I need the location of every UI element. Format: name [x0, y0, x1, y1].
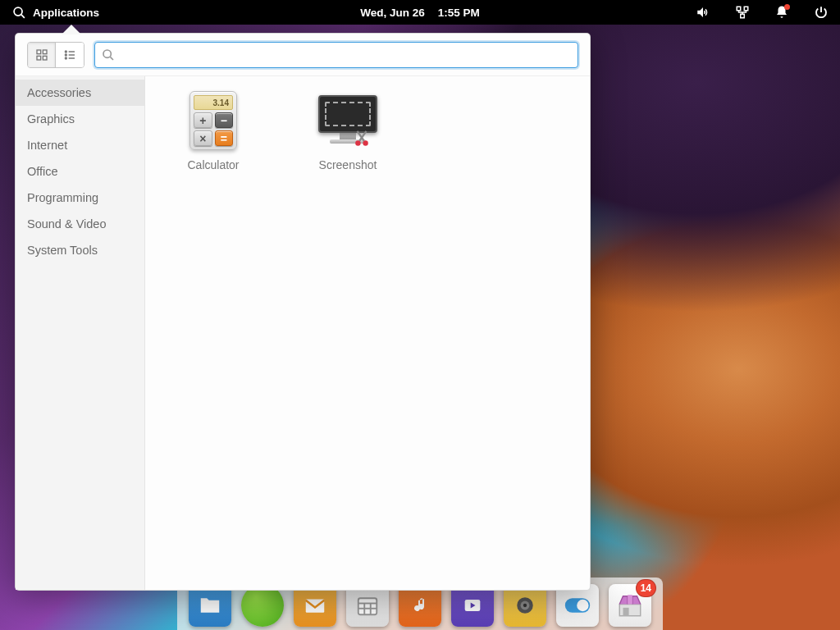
sidebar-item-programming[interactable]: Programming — [16, 185, 144, 211]
svg-rect-8 — [43, 56, 47, 60]
volume-icon[interactable] — [696, 5, 710, 20]
sidebar-item-graphics[interactable]: Graphics — [16, 106, 144, 132]
svg-rect-5 — [37, 50, 41, 54]
menu-header — [16, 34, 590, 76]
svg-point-13 — [65, 57, 66, 59]
sidebar-item-internet[interactable]: Internet — [16, 132, 144, 158]
search-icon — [11, 5, 26, 20]
app-label: Screenshot — [319, 158, 377, 171]
app-label: Calculator — [187, 158, 239, 171]
svg-rect-3 — [744, 7, 748, 11]
applications-menu: Accessories Graphics Internet Office Pro… — [15, 33, 591, 591]
applications-menu-trigger[interactable]: Applications — [11, 5, 99, 20]
search-input[interactable] — [120, 48, 571, 62]
svg-rect-33 — [628, 595, 632, 604]
svg-rect-31 — [619, 605, 641, 616]
svg-point-28 — [523, 604, 527, 607]
svg-rect-2 — [737, 7, 741, 11]
screenshot-icon — [318, 91, 377, 150]
top-bar: Applications Wed, Jun 26 1:55 PM — [0, 0, 840, 25]
app-calculator[interactable]: 3.14 + − × = Calculator — [168, 91, 258, 171]
svg-point-18 — [363, 140, 368, 145]
app-screenshot[interactable]: Screenshot — [303, 91, 393, 171]
clock[interactable]: Wed, Jun 26 1:55 PM — [360, 7, 480, 19]
notification-indicator — [784, 4, 790, 10]
time-label: 1:55 PM — [438, 7, 480, 19]
svg-point-9 — [65, 51, 66, 52]
power-icon[interactable] — [814, 5, 829, 20]
network-icon[interactable] — [735, 5, 750, 20]
svg-point-0 — [14, 7, 22, 16]
category-sidebar: Accessories Graphics Internet Office Pro… — [16, 76, 145, 590]
applications-label: Applications — [33, 7, 99, 19]
update-badge: 14 — [636, 579, 656, 597]
svg-point-17 — [355, 140, 360, 145]
list-view-button[interactable] — [56, 43, 84, 67]
sidebar-item-office[interactable]: Office — [16, 158, 144, 185]
svg-point-15 — [103, 50, 111, 57]
svg-rect-6 — [43, 50, 47, 54]
svg-rect-7 — [37, 56, 41, 60]
dock-item-appcenter[interactable]: 14 — [609, 584, 651, 627]
view-mode-toggle — [27, 42, 84, 68]
search-icon — [102, 48, 115, 62]
grid-view-button[interactable] — [28, 43, 56, 67]
search-field[interactable] — [94, 42, 578, 68]
menu-caret — [62, 25, 81, 34]
date-label: Wed, Jun 26 — [360, 7, 425, 19]
svg-line-16 — [110, 57, 113, 60]
svg-rect-32 — [623, 608, 629, 616]
application-grid: 3.14 + − × = Calculator — [145, 76, 590, 590]
calc-display: 3.14 — [194, 95, 233, 110]
svg-rect-4 — [741, 14, 745, 18]
notifications-icon[interactable] — [774, 5, 789, 20]
svg-point-30 — [577, 600, 588, 611]
sidebar-item-system-tools[interactable]: System Tools — [16, 237, 144, 263]
svg-rect-20 — [358, 598, 377, 614]
svg-point-11 — [65, 54, 66, 56]
sidebar-item-accessories[interactable]: Accessories — [16, 80, 144, 106]
svg-line-1 — [21, 14, 24, 17]
sidebar-item-sound-video[interactable]: Sound & Video — [16, 211, 144, 237]
calculator-icon: 3.14 + − × = — [184, 91, 243, 150]
